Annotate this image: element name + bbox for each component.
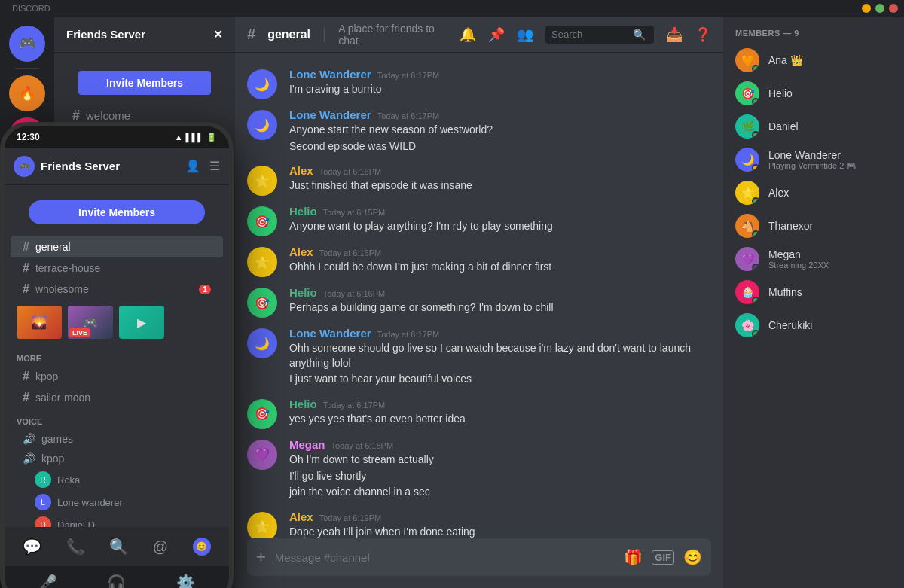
msg4-time: Today at 6:15PM xyxy=(323,208,386,217)
header-divider: | xyxy=(322,26,326,43)
phone-channel-kpop[interactable]: # kpop xyxy=(11,366,223,387)
member-item-megan[interactable]: 💜 Megan Streaming 20XX xyxy=(729,242,898,276)
msg5-time: Today at 6:16PM xyxy=(319,248,382,257)
phone-bottom-call[interactable]: 📞 xyxy=(66,538,85,556)
phone-bottom-chat[interactable]: 💬 xyxy=(23,538,41,556)
phone-search-icon: 🔍 xyxy=(109,538,128,556)
msg2-content: Lone Wanderer Today at 6:17PM Anyone sta… xyxy=(289,108,711,155)
minimize-button[interactable] xyxy=(862,4,871,13)
message-group-5: ⭐ Alex Today at 6:16PM Ohhh I could be d… xyxy=(235,242,723,280)
phone-hash-icon-2: # xyxy=(23,261,29,275)
chat-input-area: + 🎁 GIF 😊 xyxy=(235,538,723,588)
daniel-avatar: 🌿 xyxy=(735,114,759,139)
member-item-muffins[interactable]: 🧁 Muffins xyxy=(729,276,898,309)
notifications-icon[interactable]: 🔔 xyxy=(460,26,476,43)
msg7-time: Today at 6:17PM xyxy=(377,330,440,339)
inbox-icon[interactable]: 📥 xyxy=(666,26,683,43)
close-button[interactable] xyxy=(889,4,898,13)
lone-wanderer-status-dot xyxy=(752,164,759,172)
channel-hash-header: # xyxy=(247,26,255,43)
phone-bottom-mention[interactable]: @ xyxy=(153,538,168,556)
msg5-text: Ohhh I could be down I'm just making a b… xyxy=(289,260,711,275)
phone-bottom-user[interactable]: 😊 xyxy=(193,538,211,556)
msg9-line3: join the voice channel in a sec xyxy=(289,485,711,500)
message-input[interactable] xyxy=(275,542,615,573)
chat-input-wrapper: + 🎁 GIF 😊 xyxy=(247,538,711,576)
msg4-avatar: 🎯 xyxy=(247,206,277,236)
member-item-cherukiki[interactable]: 🌸 Cherukiki xyxy=(729,309,898,342)
gif-icon[interactable]: GIF xyxy=(652,550,674,565)
members-icon[interactable]: 👥 xyxy=(517,26,533,43)
emoji-icon[interactable]: 😊 xyxy=(683,548,702,566)
ana-info: Ana 👑 xyxy=(768,54,892,66)
message-group-7: 🌙 Lone Wanderer Today at 6:17PM Ohh some… xyxy=(235,324,723,391)
pin-icon[interactable]: 📌 xyxy=(488,26,505,43)
phone-header: 🎮 Friends Server 👤 ☰ xyxy=(5,148,229,185)
phone-invite-button[interactable]: Invite Members xyxy=(29,200,205,224)
search-input[interactable] xyxy=(551,29,627,40)
help-icon[interactable]: ❓ xyxy=(695,26,711,43)
msg8-avatar: 🎯 xyxy=(247,399,277,429)
search-bar[interactable]: 🔍 xyxy=(545,26,654,44)
phone-channel-terrace-house[interactable]: # terrace-house xyxy=(11,257,223,279)
phone-bottom-search[interactable]: 🔍 xyxy=(109,538,128,556)
server-header[interactable]: Friends Server ✕ xyxy=(54,17,235,53)
add-attachment-button[interactable]: + xyxy=(256,538,266,576)
megan-avatar: 💜 xyxy=(735,247,759,271)
helio-name: Helio xyxy=(768,87,892,99)
phone-settings-icon[interactable]: ⚙️ xyxy=(176,574,195,588)
phone-add-user-icon[interactable]: 👤 xyxy=(185,159,200,173)
ana-avatar: 🧡 xyxy=(735,48,759,72)
msg9-line1: Oh I'm down to stream actually xyxy=(289,452,711,468)
chat-header: # general | A place for friends to chat … xyxy=(235,17,723,53)
member-item-thanexor[interactable]: 🐴 Thanexor xyxy=(729,209,898,242)
message-group-10: ⭐ Alex Today at 6:19PM Dope yeah I'll jo… xyxy=(235,507,723,538)
member-item-ana[interactable]: 🧡 Ana 👑 xyxy=(729,44,898,77)
channel-topic: A place for friends to chat xyxy=(338,23,447,47)
msg2-line1: Anyone start the new season of westworld… xyxy=(289,123,711,138)
thanexor-name: Thanexor xyxy=(768,220,892,232)
members-sidebar: MEMBERS — 9 🧡 Ana 👑 🎯 Helio 🌿 xyxy=(723,17,904,588)
phone-voice-games[interactable]: 🔊 games xyxy=(11,429,223,449)
phone-hash-icon-3: # xyxy=(23,282,29,296)
phone-menu-icon[interactable]: ☰ xyxy=(209,159,220,173)
phone-more-category: MORE xyxy=(5,345,229,366)
server-icon-discord[interactable]: 🎮 xyxy=(9,26,45,62)
member-item-daniel[interactable]: 🌿 Daniel xyxy=(729,110,898,143)
phone-channel-general[interactable]: # general xyxy=(11,236,223,257)
thanexor-status-dot xyxy=(752,230,759,238)
member-item-helio[interactable]: 🎯 Helio xyxy=(729,77,898,110)
msg7-author: Lone Wanderer xyxy=(289,327,371,340)
phone-voice-kpop[interactable]: 🔊 kpop xyxy=(11,449,223,468)
alex-info: Alex xyxy=(768,187,892,199)
phone-thumbnail-live: 🎮 LIVE xyxy=(68,306,113,339)
phone-channel-wholesome[interactable]: # wholesome 1 xyxy=(11,279,223,300)
phone-voice-user-daniel: D Daniel D xyxy=(5,513,229,527)
message-group-2: 🌙 Lone Wanderer Today at 6:17PM Anyone s… xyxy=(235,105,723,158)
maximize-button[interactable] xyxy=(875,4,884,13)
phone-channel-name-3: wholesome xyxy=(35,283,89,295)
invite-members-button[interactable]: Invite Members xyxy=(78,71,211,95)
msg6-text: Perhaps a building game or something? I'… xyxy=(289,300,711,315)
message-group-9: 💜 Megan Today at 6:18PM Oh I'm down to s… xyxy=(235,435,723,504)
msg1-avatar: 🌙 xyxy=(247,69,277,99)
phone-channel-sailor-moon[interactable]: # sailor-moon xyxy=(11,387,223,408)
member-item-lone-wanderer[interactable]: 🌙 Lone Wanderer Playing Vermintide 2 🎮 xyxy=(729,143,898,176)
phone-channel-name-kpop: kpop xyxy=(35,370,58,382)
phone-at-icon: @ xyxy=(153,538,168,556)
msg2-author: Lone Wanderer xyxy=(289,108,371,121)
phone-mic-icon[interactable]: 🎤 xyxy=(38,574,57,588)
phone-headphone-icon[interactable]: 🎧 xyxy=(107,574,126,588)
msg9-line2: I'll go live shortly xyxy=(289,469,711,484)
channel-header-name: general xyxy=(267,28,310,41)
msg3-header: Alex Today at 6:16PM xyxy=(289,164,711,177)
msg9-author: Megan xyxy=(289,438,325,451)
phone-hash-icon-4: # xyxy=(23,370,29,383)
phone-content: 🎮 Friends Server 👤 ☰ Invite Members # ge… xyxy=(5,148,229,588)
member-item-alex[interactable]: ⭐ Alex xyxy=(729,176,898,209)
phone-user-avatar: 😊 xyxy=(193,538,211,556)
server-icon-1[interactable]: 🔥 xyxy=(9,75,45,111)
msg9-time: Today at 6:18PM xyxy=(331,441,394,450)
gift-icon[interactable]: 🎁 xyxy=(624,548,643,566)
lone-wanderer-member-name: Lone Wanderer xyxy=(768,149,892,161)
